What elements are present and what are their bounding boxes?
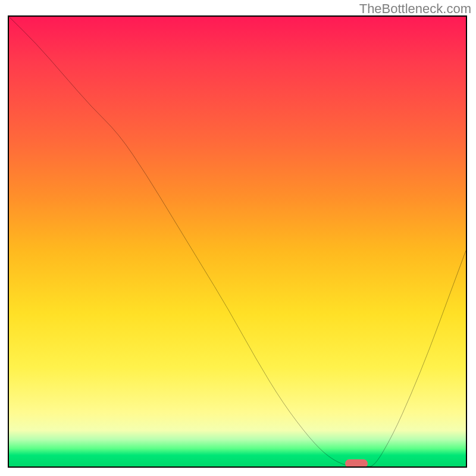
chart-stage: TheBottleneck.com <box>0 0 476 476</box>
bottleneck-curve-svg <box>9 17 466 466</box>
bottleneck-curve-path <box>9 17 466 466</box>
watermark-text: TheBottleneck.com <box>359 1 471 17</box>
plot-area <box>8 15 467 468</box>
optimal-marker <box>345 459 368 468</box>
